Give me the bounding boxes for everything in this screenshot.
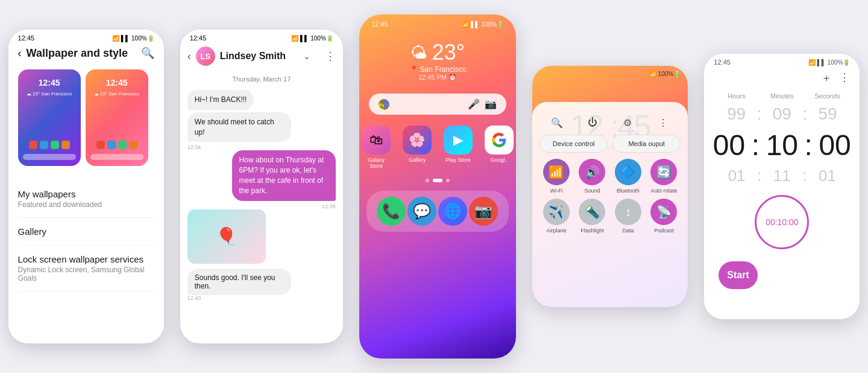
app-galaxy-store[interactable]: 🛍 Galaxy Store <box>362 126 391 169</box>
timer-colon-main-2: : <box>805 129 813 162</box>
msg-time-1: 12:34 <box>187 144 336 150</box>
toggle-sound[interactable]: 🔊 Sound <box>577 159 608 194</box>
timer-colon-bottom-2: : <box>802 167 807 185</box>
mic-icon[interactable]: 🎤 <box>468 98 480 110</box>
media-output-btn[interactable]: Media ouput <box>612 135 681 153</box>
gallery-label: Gallery <box>409 157 426 163</box>
qs-power-icon[interactable]: ⏻ <box>584 114 601 131</box>
autorotate-toggle-icon: 🔄 <box>650 159 677 185</box>
toggle-data[interactable]: ↕️ Data <box>612 199 644 234</box>
wp-preview-purple[interactable]: 12:45 ☁ 23° San Francisco <box>18 69 81 166</box>
status-icons-5: 📶 ▌▌ 100%🔋 <box>808 59 851 66</box>
app-dot-4 <box>61 141 70 149</box>
dot-2 <box>433 179 442 182</box>
qs-panel: 🔍 ⏻ ⚙ ⋮ Device control Media ouput 📶 Wi-… <box>532 102 688 307</box>
wifi-icon-5: 📶 <box>808 59 816 66</box>
search-action-icons: 🎤 📷 <box>468 98 497 110</box>
menu-my-wallpapers[interactable]: My wallpapers Featured and downloaded <box>18 180 154 218</box>
battery-icon: 100%🔋 <box>131 35 154 42</box>
bluetooth-toggle-icon: 🔷 <box>615 159 641 185</box>
wp-mini-time-orange: 12:45 <box>106 78 128 88</box>
autorotate-toggle-label: Auto rotate <box>650 188 677 194</box>
dock-messages[interactable]: 💬 <box>407 197 436 226</box>
msg-bubble-1: Hi~! I'm BACK!!! <box>187 90 254 110</box>
back-icon[interactable]: ‹ <box>18 47 22 60</box>
more-timer-icon[interactable]: ⋮ <box>839 71 850 85</box>
dot-3 <box>446 179 450 182</box>
home-apps-row: 🛍 Galaxy Store 🌸 Gallery ▶ Play Store <box>359 120 516 175</box>
toggle-airplane[interactable]: ✈️ Airplane <box>541 199 572 234</box>
wallpaper-previews: 12:45 ☁ 23° San Francisco 12:45 ☁ 23° Sa… <box>8 65 164 171</box>
home-dock: 📞 💬 🌐 📷 <box>366 191 509 232</box>
dock-camera[interactable]: 📷 <box>469 197 498 226</box>
galaxy-store-icon: 🛍 <box>362 126 391 155</box>
galaxy-store-label: Galaxy Store <box>362 157 391 169</box>
back-icon-msg[interactable]: ‹ <box>187 50 191 63</box>
qs-bg: 📶 100%🔋 12 :45 Thu, March 17 🔍 ⏻ ⚙ ⋮ Dev… <box>532 66 688 307</box>
wallpaper-menu: My wallpapers Featured and downloaded Ga… <box>8 171 164 292</box>
home-search-bar[interactable]: 🎤 📷 <box>369 94 506 115</box>
google-logo <box>379 99 389 110</box>
app-dot-1 <box>29 141 37 149</box>
app-dot-7 <box>118 141 127 149</box>
more-options-icon[interactable]: ⋮ <box>325 49 336 63</box>
qs-settings-icon[interactable]: ⚙ <box>619 114 636 131</box>
device-control-btn[interactable]: Device control <box>539 135 608 153</box>
google-app-icon <box>485 126 514 155</box>
home-content: 12:45 📶 ▌▌ 100%🔋 🌤 23° 📍 San Francisco 1… <box>359 14 516 359</box>
wp-preview-orange[interactable]: 12:45 ☁ 23° San Francisco <box>86 69 148 166</box>
wp-mini-time-purple: 12:45 <box>39 78 60 88</box>
timer-colon-top-2: : <box>802 104 807 124</box>
menu-gallery-label: Gallery <box>18 226 154 237</box>
app-play-store[interactable]: ▶ Play Store <box>444 126 473 169</box>
toggle-podcast[interactable]: 📡 Podcast <box>649 199 680 234</box>
timer-main-seconds: 00 <box>815 129 855 162</box>
battery-icon-2: 100%🔋 <box>310 35 333 42</box>
qs-toggles: 📶 Wi-Fi 🔊 Sound 🔷 Bluetooth 🔄 Auto rotat… <box>539 159 681 234</box>
screen-timer: 12:45 📶 ▌▌ 100%🔋 ＋ ⋮ Hours Minutes Secon… <box>704 54 860 319</box>
sound-toggle-label: Sound <box>584 188 600 194</box>
search-icon[interactable]: 🔍 <box>141 46 154 60</box>
wifi-toggle-label: Wi-Fi <box>550 188 562 194</box>
timer-top-hours: 99 <box>719 104 755 124</box>
menu-lock-screen[interactable]: Lock screen wallpaper services Dynamic L… <box>18 246 154 292</box>
toggle-autorotate[interactable]: 🔄 Auto rotate <box>649 159 680 194</box>
timer-circle-display[interactable]: 00:10:00 <box>755 195 809 249</box>
weather-time: 12:45 PM ⏰ <box>418 74 457 81</box>
menu-gallery[interactable]: Gallery <box>18 218 154 246</box>
chevron-down-icon[interactable]: ⌄ <box>303 51 310 61</box>
status-icons-3: 📶 ▌▌ 100%🔋 <box>462 21 504 28</box>
contact-name: Lindsey Smith <box>220 51 298 62</box>
app-google[interactable]: Googl.. <box>485 126 514 169</box>
toggle-flashlight[interactable]: 🔦 Flashlight <box>577 199 608 234</box>
screen-home: 12:45 📶 ▌▌ 100%🔋 🌤 23° 📍 San Francisco 1… <box>359 14 516 359</box>
time-5: 12:45 <box>714 59 731 66</box>
add-timer-icon[interactable]: ＋ <box>821 71 832 85</box>
weather-temp: 23° <box>432 40 465 65</box>
timer-top-seconds: 59 <box>810 104 846 124</box>
time-1: 12:45 <box>18 34 35 42</box>
flashlight-toggle-label: Flashlight <box>580 228 604 234</box>
toggle-wifi[interactable]: 📶 Wi-Fi <box>541 159 572 194</box>
timer-colon-top-1: : <box>757 104 762 124</box>
location-icon: 📍 <box>409 65 418 74</box>
wp-mini-weather-purple: ☁ 23° San Francisco <box>27 91 72 97</box>
app-gallery[interactable]: 🌸 Gallery <box>403 126 432 169</box>
qs-battery-icon: 100%🔋 <box>658 71 681 77</box>
timer-start-button[interactable]: Start <box>719 261 757 289</box>
screen-messages: 12:45 📶 ▌▌ 100%🔋 ‹ LS Lindsey Smith ⌄ ⋮ … <box>180 30 343 343</box>
qs-more-icon[interactable]: ⋮ <box>655 114 671 131</box>
wp-mini-search-orange <box>90 154 143 160</box>
toggle-bluetooth[interactable]: 🔷 Bluetooth <box>612 159 644 194</box>
status-icons-1: 📶 ▌▌ 100%🔋 <box>112 35 154 42</box>
battery-icon-5: 100%🔋 <box>828 59 851 66</box>
time-3: 12:45 <box>371 21 388 28</box>
qs-search-icon[interactable]: 🔍 <box>549 114 565 131</box>
dock-phone[interactable]: 📞 <box>377 197 406 226</box>
dock-browser[interactable]: 🌐 <box>438 197 467 226</box>
wp-mini-apps-orange <box>96 141 137 149</box>
app-dot-8 <box>129 141 137 149</box>
time-2: 12:45 <box>190 34 207 42</box>
qs-action-buttons: Device control Media ouput <box>539 135 681 153</box>
camera-search-icon[interactable]: 📷 <box>485 98 497 110</box>
